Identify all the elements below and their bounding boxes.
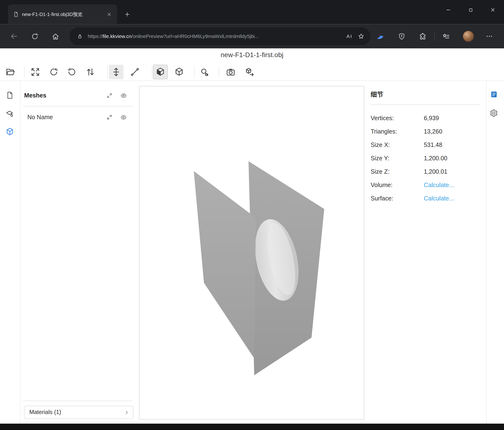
detail-label: Volume: [371, 182, 424, 188]
flip-vertical-button[interactable] [83, 65, 98, 79]
materials-tool-button[interactable] [3, 107, 17, 120]
shaded-cube-icon [156, 67, 165, 77]
extension-bird-icon[interactable] [375, 31, 386, 42]
detail-value: 1,200.00 [424, 155, 480, 162]
details-header: 细节 [371, 90, 480, 102]
details-list-icon [490, 90, 498, 98]
zoom-to-mesh-icon[interactable] [106, 114, 113, 120]
address-bar[interactable]: https://file.kkview.cn/onlinePreview?url… [69, 28, 370, 45]
detail-row-size-z: Size Z: 1,200.01 [371, 165, 480, 178]
browser-navbar: https://file.kkview.cn/onlinePreview?url… [0, 24, 504, 48]
model-render [139, 86, 365, 420]
details-panel-button[interactable] [487, 88, 500, 101]
lock-icon [76, 32, 84, 41]
open-file-button[interactable] [3, 65, 18, 79]
camera-icon [226, 67, 235, 77]
toolbar-divider [0, 81, 504, 81]
meshes-header-row: Meshes [24, 90, 137, 101]
model-tree-button[interactable] [3, 125, 17, 138]
detail-value: 13,260 [424, 128, 480, 135]
detail-label: Vertices: [371, 115, 424, 122]
detail-value: 6,939 [424, 115, 480, 122]
left-strip-divider [20, 81, 20, 424]
close-button[interactable] [482, 0, 504, 20]
detail-label: Size Y: [371, 155, 424, 162]
materials-label: Materials (1) [29, 409, 61, 416]
detail-value: 1,200.01 [424, 168, 480, 175]
page-file-icon [13, 11, 19, 17]
model-cube-icon [6, 127, 14, 136]
svg-text:A: A [346, 34, 350, 39]
file-info-button[interactable] [3, 89, 17, 102]
details-rows: Vertices: 6,939 Triangles: 13,260 Size X… [371, 105, 480, 205]
minimize-button[interactable] [437, 0, 459, 20]
preview-page: new-F1-D1-1-first.obj [0, 48, 504, 424]
wireframe-view-button[interactable] [172, 65, 186, 79]
fit-view-button[interactable] [28, 65, 43, 79]
detail-label: Triangles: [371, 128, 424, 135]
read-aloud-icon[interactable]: A [345, 32, 353, 41]
favorite-star-icon[interactable] [357, 32, 365, 41]
tab-title: new-F1-D1-1-first.obj3D预览 [22, 11, 101, 17]
browser-titlebar: new-F1-D1-1-first.obj3D预览 [0, 0, 504, 24]
material-icon [6, 110, 14, 118]
mesh-visibility-icon[interactable] [120, 114, 127, 120]
calculate-surface-link[interactable]: Calculate... [424, 195, 480, 202]
meshes-divider [23, 106, 133, 106]
shield-extension-icon[interactable]: T [396, 31, 407, 42]
toolbar-separator [195, 66, 195, 78]
chevron-right-icon [124, 410, 129, 415]
detail-row-volume: Volume: Calculate... [371, 178, 480, 192]
materials-button[interactable]: Materials (1) [24, 406, 133, 419]
magnifier-icon [200, 67, 209, 77]
pan-vertical-icon [111, 67, 121, 77]
mesh-name: No Name [27, 112, 53, 123]
maximize-button[interactable] [459, 0, 482, 20]
detail-row-size-x: Size X: 531.48 [371, 138, 480, 152]
extensions-puzzle-icon[interactable] [417, 31, 428, 42]
page-title: new-F1-D1-1-first.obj [0, 50, 504, 60]
shaded-view-button[interactable] [153, 65, 168, 79]
viewport-3d[interactable] [139, 86, 364, 420]
magnifier-measure-button[interactable] [197, 65, 212, 79]
plane-left [194, 171, 256, 358]
open-file-icon [6, 67, 15, 77]
browser-window: new-F1-D1-1-first.obj3D预览 [0, 0, 504, 430]
meshes-header: Meshes [24, 90, 46, 101]
rotate-axis-y-button[interactable] [46, 65, 61, 79]
home-button[interactable] [50, 31, 61, 42]
fit-view-icon [31, 67, 40, 77]
new-tab-icon[interactable] [122, 9, 132, 19]
detail-row-vertices: Vertices: 6,939 [371, 112, 480, 125]
rotate-axis-z-button[interactable] [65, 65, 79, 79]
settings-button[interactable] [487, 107, 500, 120]
calculate-volume-link[interactable]: Calculate... [424, 182, 480, 188]
details-panel: 细节 Vertices: 6,939 Triangles: 13,260 Siz… [371, 90, 480, 205]
rotate-y-icon [49, 67, 58, 77]
measure-line-button[interactable] [128, 65, 142, 79]
pan-vertical-button[interactable] [109, 65, 123, 79]
right-strip-divider [486, 81, 486, 424]
tab-close-icon[interactable] [104, 9, 114, 19]
toolbar-separator [219, 66, 219, 78]
measure-line-icon [130, 67, 140, 77]
detail-row-size-y: Size Y: 1,200.00 [371, 152, 480, 165]
export-model-button[interactable] [243, 65, 257, 79]
bottom-bar [0, 424, 504, 430]
browser-menu-icon[interactable] [484, 31, 495, 42]
mesh-list-item[interactable]: No Name [24, 112, 137, 123]
refresh-button[interactable] [29, 31, 40, 42]
expand-all-icon[interactable] [106, 93, 113, 99]
screenshot-button[interactable] [223, 65, 238, 79]
navbar-separator [434, 32, 435, 41]
toolbar-separator [152, 66, 152, 78]
wireframe-cube-icon [174, 67, 184, 77]
detail-value: 531.48 [424, 141, 480, 148]
profile-avatar[interactable] [463, 31, 474, 42]
back-button[interactable] [8, 31, 20, 42]
visibility-all-icon[interactable] [120, 93, 127, 99]
detail-label: Size Z: [371, 168, 424, 175]
browser-tab[interactable]: new-F1-D1-1-first.obj3D预览 [8, 5, 117, 24]
detail-row-surface: Surface: Calculate... [371, 192, 480, 205]
favorites-bar-icon[interactable] [440, 31, 451, 42]
